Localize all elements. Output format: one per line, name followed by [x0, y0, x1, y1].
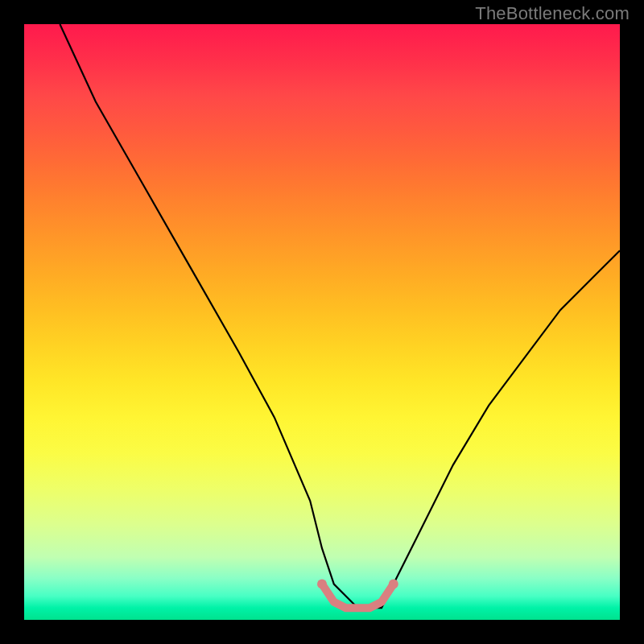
chart-svg [24, 24, 620, 620]
highlight-dot [389, 580, 398, 589]
bottleneck-curve [60, 24, 620, 608]
plot-area [24, 24, 620, 620]
highlight-dot [317, 580, 327, 589]
watermark-label: TheBottleneck.com [475, 3, 630, 24]
bottom-highlight [322, 584, 394, 609]
chart-frame: TheBottleneck.com [0, 0, 644, 644]
